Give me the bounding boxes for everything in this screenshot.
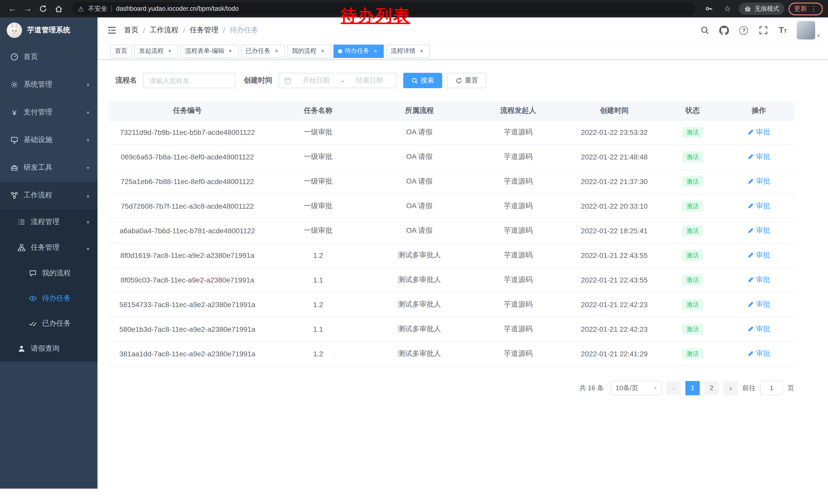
end-date-placeholder[interactable]: 结束日期 bbox=[348, 76, 391, 85]
font-size-button[interactable]: TT bbox=[777, 25, 788, 36]
help-button[interactable]: ? bbox=[738, 25, 749, 36]
close-icon[interactable]: × bbox=[319, 47, 326, 55]
tab-process-detail[interactable]: 流程详情× bbox=[386, 44, 430, 58]
forward-button[interactable]: → bbox=[20, 2, 35, 16]
page-button-1[interactable]: 1 bbox=[686, 381, 700, 395]
date-range-picker[interactable]: 开始日期 - 结束日期 bbox=[279, 73, 397, 88]
breadcrumb-home[interactable]: 首页 bbox=[124, 26, 138, 35]
table-row: 381aa1dd-7ac8-11ec-a9e2-a2380e71991a 1.2… bbox=[108, 341, 794, 366]
reset-button[interactable]: 重置 bbox=[447, 73, 486, 88]
cell-process: 测试多审批人 bbox=[369, 243, 470, 268]
close-icon[interactable]: × bbox=[166, 47, 173, 55]
table-row: 73211d9d-7b9b-11ec-b5b7-acde48001122 一级审… bbox=[108, 120, 794, 145]
chat-bubble-icon bbox=[29, 269, 37, 277]
sidebar: 芋道管理系统 首页 系统管理 ▾ ¥ 支付管理 ▾ 基础设施 ▾ bbox=[0, 17, 97, 489]
header-search-button[interactable] bbox=[699, 25, 710, 36]
next-page-button[interactable]: › bbox=[723, 381, 738, 395]
sidebar-item-home[interactable]: 首页 bbox=[0, 43, 97, 71]
github-link-button[interactable] bbox=[719, 25, 730, 36]
list-icon bbox=[17, 218, 26, 226]
cell-task-id: 381aa1dd-7ac8-11ec-a9e2-a2380e71991a bbox=[108, 341, 267, 366]
cell-action: 审批 bbox=[723, 243, 794, 268]
bookmark-star-button[interactable]: ☆ bbox=[720, 2, 735, 16]
table-header-row: 任务编号任务名称所属流程流程发起人创建时间状态操作 bbox=[108, 101, 794, 120]
approve-link[interactable]: 审批 bbox=[747, 275, 770, 284]
back-button[interactable]: ← bbox=[5, 2, 19, 16]
approve-link[interactable]: 审批 bbox=[747, 251, 770, 260]
filter-form: 流程名 创建时间 开始日期 - 结束日期 搜索 bbox=[108, 73, 794, 88]
sidebar-item-system[interactable]: 系统管理 ▾ bbox=[0, 71, 97, 98]
fullscreen-button[interactable] bbox=[758, 25, 769, 36]
sidebar-toggle-button[interactable] bbox=[102, 21, 121, 40]
cell-status: 激活 bbox=[662, 317, 723, 341]
status-badge: 激活 bbox=[682, 176, 703, 187]
process-name-input[interactable] bbox=[143, 73, 236, 88]
breadcrumb-task-management[interactable]: 任务管理 bbox=[190, 26, 218, 35]
cell-task-id: a6aba0a4-7b6d-11ec-b781-acde48001122 bbox=[108, 218, 267, 243]
page-unit-label: 页 bbox=[787, 383, 794, 393]
close-icon[interactable]: × bbox=[227, 47, 234, 55]
prev-page-button[interactable]: ‹ bbox=[666, 381, 681, 395]
cell-process: OA 请假 bbox=[369, 194, 470, 218]
tab-label: 发起流程 bbox=[139, 47, 164, 55]
cell-action: 审批 bbox=[723, 120, 794, 145]
tab-todo-tasks[interactable]: 待办任务× bbox=[333, 44, 384, 58]
approve-link[interactable]: 审批 bbox=[747, 300, 770, 309]
sidebar-item-leave-query[interactable]: 请假查询 bbox=[0, 336, 97, 362]
approve-link-label: 审批 bbox=[756, 325, 770, 334]
cell-task-id: 8f0d1619-7ac8-11ec-a9e2-a2380e71991a bbox=[108, 243, 267, 268]
update-chip[interactable]: 更新 ⋮ bbox=[788, 2, 823, 15]
approve-link[interactable]: 审批 bbox=[747, 152, 770, 162]
approve-link[interactable]: 审批 bbox=[747, 325, 770, 334]
page-button-2[interactable]: 2 bbox=[704, 381, 719, 395]
sidebar-item-label: 我的流程 bbox=[42, 268, 71, 278]
cell-task-name: 一级审批 bbox=[267, 218, 369, 243]
tab-home[interactable]: 首页 bbox=[110, 44, 132, 58]
sidebar-item-my-process[interactable]: 我的流程 bbox=[0, 261, 97, 286]
sidebar-item-process-management[interactable]: 流程管理 ▾ bbox=[0, 209, 97, 235]
page-size-select[interactable]: 10条/页 ▾ bbox=[611, 381, 662, 395]
approve-link-label: 审批 bbox=[756, 349, 770, 358]
approve-link[interactable]: 审批 bbox=[747, 201, 770, 211]
approve-link[interactable]: 审批 bbox=[747, 177, 770, 186]
home-button[interactable] bbox=[51, 2, 66, 16]
close-icon[interactable]: × bbox=[372, 47, 379, 55]
sidebar-item-todo-tasks[interactable]: 待办任务 bbox=[0, 286, 97, 311]
sidebar-item-task-management[interactable]: 任务管理 ▴ bbox=[0, 235, 97, 261]
table-header-cell: 任务名称 bbox=[267, 101, 369, 120]
tab-start-process[interactable]: 发起流程× bbox=[134, 44, 178, 58]
sidebar-item-infrastructure[interactable]: 基础设施 ▾ bbox=[0, 126, 97, 154]
breadcrumb-workflow[interactable]: 工作流程 bbox=[150, 26, 178, 35]
pencil-icon bbox=[747, 252, 754, 259]
sidebar-item-payment[interactable]: ¥ 支付管理 ▾ bbox=[0, 98, 97, 126]
user-menu[interactable]: ▾ bbox=[797, 21, 820, 40]
cell-create-time: 2022-01-22 21:37:30 bbox=[567, 169, 662, 194]
approve-link[interactable]: 审批 bbox=[747, 349, 770, 358]
password-key-button[interactable] bbox=[702, 2, 716, 16]
browser-window: ← → ⚠ 不安全 dashboard.yudao.iocoder.cn/bpm… bbox=[0, 0, 828, 504]
reload-button[interactable] bbox=[36, 2, 50, 16]
approve-link[interactable]: 审批 bbox=[747, 128, 770, 137]
sidebar-item-label: 任务管理 bbox=[31, 243, 59, 252]
breadcrumb: 首页 / 工作流程 / 任务管理 / 待办任务 bbox=[124, 26, 258, 35]
sidebar-item-done-tasks[interactable]: 已办任务 bbox=[0, 311, 97, 336]
close-icon[interactable]: × bbox=[273, 47, 280, 55]
start-date-placeholder[interactable]: 开始日期 bbox=[294, 76, 338, 85]
app-logo[interactable]: 芋道管理系统 bbox=[0, 17, 97, 43]
cell-create-time: 2022-01-22 18:25:41 bbox=[567, 218, 662, 243]
sidebar-item-workflow[interactable]: 工作流程 ▴ bbox=[0, 182, 97, 209]
tab-my-process[interactable]: 我的流程× bbox=[287, 44, 331, 58]
close-icon[interactable]: × bbox=[418, 47, 425, 55]
approve-link[interactable]: 审批 bbox=[747, 226, 770, 235]
search-button[interactable]: 搜索 bbox=[403, 73, 442, 88]
cell-action: 审批 bbox=[723, 317, 794, 341]
calendar-icon bbox=[284, 77, 291, 84]
goto-page-input[interactable] bbox=[760, 381, 783, 395]
home-icon bbox=[54, 4, 63, 13]
cell-process: 测试多审批人 bbox=[369, 292, 470, 317]
tab-form-edit[interactable]: 流程表单-编辑× bbox=[180, 44, 239, 58]
sidebar-item-devtools[interactable]: 研发工具 ▾ bbox=[0, 154, 97, 182]
cell-task-id: 069c6a63-7b8a-11ec-8ef0-acde48001122 bbox=[108, 145, 267, 169]
monitor-icon bbox=[10, 136, 18, 144]
tab-done-tasks[interactable]: 已办任务× bbox=[241, 44, 285, 58]
